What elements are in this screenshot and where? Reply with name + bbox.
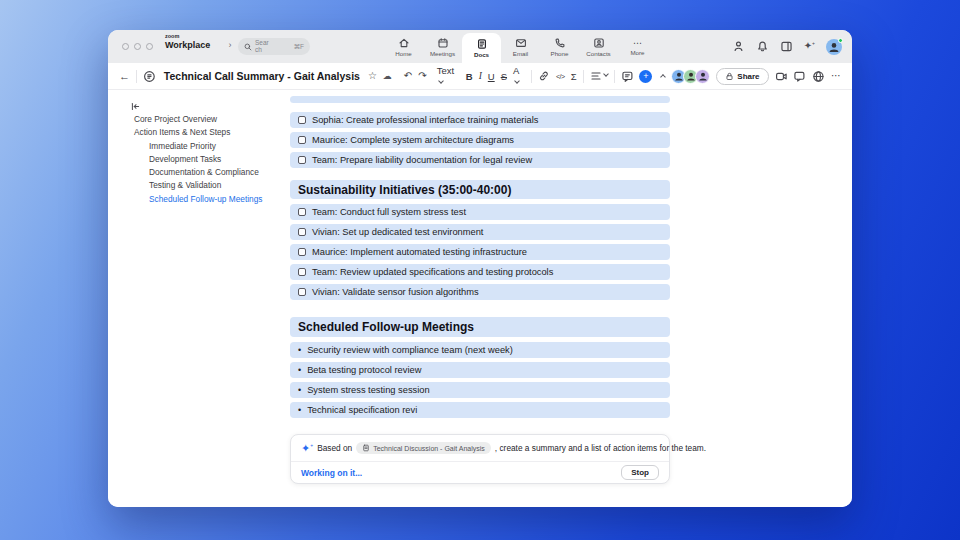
checklist-item[interactable]: Maurice: Implement automated testing inf… — [290, 244, 670, 260]
globe-icon[interactable] — [812, 70, 825, 83]
checkbox[interactable] — [298, 288, 306, 296]
equation-icon[interactable]: Σ — [571, 71, 577, 82]
bullet-item[interactable]: •Beta testing protocol review — [290, 362, 670, 378]
side-panel-icon[interactable] — [780, 40, 793, 53]
outline-item-immediate-priority[interactable]: Immediate Priority — [108, 140, 290, 153]
presence-online-dot — [838, 38, 843, 43]
nav-tab-label: Email — [513, 50, 528, 57]
outline-item-core-project-overview[interactable]: Core Project Overview — [108, 113, 290, 126]
checklist-item[interactable]: Team: Review updated specifications and … — [290, 264, 670, 280]
insert-link-icon[interactable] — [538, 70, 550, 82]
strikethrough-button[interactable]: S — [501, 71, 507, 82]
align-dropdown[interactable] — [590, 70, 608, 82]
chat-bubble-icon[interactable] — [793, 70, 806, 83]
document-outline-sidebar: Core Project Overview Action Items & Nex… — [108, 113, 290, 206]
home-icon — [398, 37, 410, 49]
bullet-icon: • — [298, 405, 301, 415]
maximize-window-icon[interactable] — [146, 43, 153, 50]
outline-item-action-items[interactable]: Action Items & Next Steps — [108, 126, 290, 139]
checklist-item[interactable]: Sophia: Create professional interface tr… — [290, 112, 670, 128]
ai-companion-icon[interactable]: ✦+ — [804, 41, 815, 51]
docs-home-icon[interactable] — [143, 70, 156, 83]
collapse-toolbar-chevron[interactable] — [660, 74, 666, 80]
ai-status-text: Working on it... — [301, 468, 362, 478]
redo-button[interactable]: ↷ — [418, 71, 426, 81]
minimize-window-icon[interactable] — [134, 43, 141, 50]
nav-tab-label: Docs — [474, 51, 489, 58]
nav-tab-label: Phone — [551, 50, 569, 57]
checkbox[interactable] — [298, 136, 306, 144]
user-avatar[interactable] — [826, 39, 842, 55]
chevron-down-icon — [603, 71, 609, 77]
checkbox[interactable] — [298, 268, 306, 276]
nav-tab-home[interactable]: Home — [384, 30, 423, 63]
zoom-workplace-window: zoom Workplace ‹ › Search ⌘F Home Meetin… — [108, 30, 852, 507]
outline-item-documentation-compliance[interactable]: Documentation & Compliance — [108, 166, 290, 179]
text-color-dropdown[interactable]: A — [513, 65, 525, 87]
bullet-item[interactable]: •Security review with compliance team (n… — [290, 342, 670, 358]
checkbox[interactable] — [298, 228, 306, 236]
nav-tab-label: Home — [395, 50, 412, 57]
checkbox[interactable] — [298, 248, 306, 256]
bullet-text: Security review with compliance team (ne… — [307, 345, 513, 355]
checklist-item[interactable]: Vivian: Validate sensor fusion algorithm… — [290, 284, 670, 300]
nav-tab-label: More — [630, 49, 644, 56]
history-back-forward[interactable]: ‹ › — [207, 40, 240, 50]
insert-plus-button[interactable]: + — [639, 70, 652, 83]
nav-tab-phone[interactable]: Phone — [540, 30, 579, 63]
code-block-icon[interactable]: </> — [556, 73, 565, 80]
outline-item-scheduled-followup-meetings[interactable]: Scheduled Follow-up Meetings — [108, 193, 290, 206]
nav-tab-label: Contacts — [586, 50, 610, 57]
checkbox[interactable] — [298, 116, 306, 124]
doc-chip-icon — [362, 444, 370, 452]
ai-prompt-prefix: Based on — [317, 443, 352, 453]
collapse-outline-icon[interactable] — [130, 101, 141, 112]
outline-item-testing-validation[interactable]: Testing & Validation — [108, 179, 290, 192]
comment-icon[interactable] — [621, 70, 634, 83]
calendar-icon — [437, 37, 449, 49]
favorite-star-icon[interactable]: ☆ — [368, 71, 377, 81]
bullet-icon: • — [298, 385, 301, 395]
notifications-bell-icon[interactable] — [756, 40, 769, 53]
bold-button[interactable]: B — [466, 71, 473, 82]
checklist-item[interactable]: Team: Conduct full system stress test — [290, 204, 670, 220]
phone-icon — [554, 37, 566, 49]
huddles-icon[interactable] — [732, 40, 745, 53]
collaborator-avatars[interactable] — [671, 69, 710, 84]
back-button[interactable]: ← — [119, 70, 130, 82]
bullet-item[interactable]: •Technical specification revi — [290, 402, 670, 418]
undo-button[interactable]: ↶ — [404, 71, 412, 81]
checklist-item[interactable]: Team: Prepare liability documentation fo… — [290, 152, 670, 168]
search-shortcut: ⌘F — [294, 43, 304, 51]
more-options-icon[interactable]: ⋯ — [831, 71, 841, 81]
close-window-icon[interactable] — [122, 43, 129, 50]
window-controls[interactable] — [122, 43, 153, 50]
nav-tab-email[interactable]: Email — [501, 30, 540, 63]
ai-prompt-suffix: , create a summary and a list of action … — [495, 443, 706, 453]
text-style-dropdown[interactable]: Text — [437, 65, 460, 87]
checklist-item[interactable]: Vivian: Set up dedicated test environmen… — [290, 224, 670, 240]
topbar-right-icons: ✦+ — [732, 30, 842, 63]
document-canvas: Sophia: Create professional interface tr… — [290, 96, 670, 484]
docs-icon — [476, 38, 488, 50]
bullet-item[interactable]: •System stress testing session — [290, 382, 670, 398]
document-workspace: Core Project Overview Action Items & Nex… — [108, 90, 852, 507]
share-button[interactable]: Share — [716, 68, 768, 85]
document-title[interactable]: Technical Call Summary - Gait Analysis — [164, 70, 360, 82]
checklist-text: Team: Conduct full system stress test — [312, 207, 466, 217]
italic-button[interactable]: I — [479, 71, 482, 81]
lock-icon — [725, 72, 734, 81]
nav-tab-more[interactable]: ⋯ More — [618, 30, 657, 63]
source-document-chip[interactable]: Technical Discussion - Gait Analysis — [356, 442, 491, 454]
outline-item-development-tasks[interactable]: Development Tasks — [108, 153, 290, 166]
checkbox[interactable] — [298, 208, 306, 216]
nav-tab-contacts[interactable]: Contacts — [579, 30, 618, 63]
checkbox[interactable] — [298, 156, 306, 164]
nav-tab-docs[interactable]: Docs — [462, 33, 501, 63]
underline-button[interactable]: U — [488, 71, 495, 82]
stop-button[interactable]: Stop — [621, 465, 659, 480]
video-camera-icon[interactable] — [775, 70, 788, 83]
global-search-input[interactable]: Search ⌘F — [238, 38, 310, 55]
nav-tab-meetings[interactable]: Meetings — [423, 30, 462, 63]
checklist-item[interactable]: Maurice: Complete system architecture di… — [290, 132, 670, 148]
